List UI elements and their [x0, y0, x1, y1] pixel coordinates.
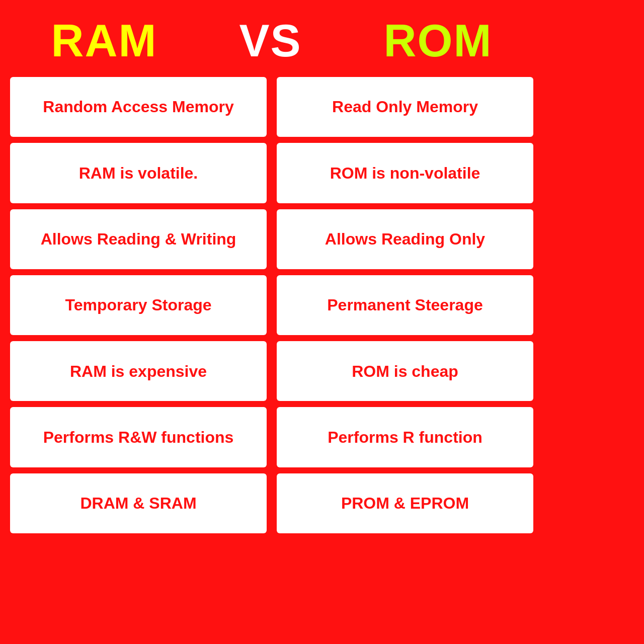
- rom-card-text-1: ROM is non-volatile: [330, 164, 480, 183]
- ram-card-text-2: Allows Reading & Writing: [41, 229, 236, 249]
- main-container: RAM VS ROM Random Access MemoryRAM is vo…: [0, 0, 543, 543]
- ram-column: Random Access MemoryRAM is volatile.Allo…: [10, 77, 267, 533]
- ram-card-1: RAM is volatile.: [10, 143, 267, 203]
- rom-card-0: Read Only Memory: [277, 77, 533, 137]
- rom-card-6: PROM & EPROM: [277, 473, 533, 533]
- rom-title: ROM: [383, 15, 492, 67]
- rom-card-2: Allows Reading Only: [277, 209, 533, 269]
- header: RAM VS ROM: [10, 10, 533, 77]
- rom-card-text-2: Allows Reading Only: [325, 229, 485, 249]
- rom-card-text-4: ROM is cheap: [352, 362, 458, 381]
- vs-title: VS: [239, 15, 301, 67]
- rom-card-text-6: PROM & EPROM: [341, 494, 469, 513]
- ram-card-text-3: Temporary Storage: [65, 295, 211, 314]
- rom-card-text-0: Read Only Memory: [332, 97, 478, 116]
- rom-card-3: Permanent Steerage: [277, 275, 533, 335]
- rom-card-text-3: Permanent Steerage: [327, 295, 482, 314]
- rom-card-5: Performs R function: [277, 407, 533, 467]
- ram-card-6: DRAM & SRAM: [10, 473, 267, 533]
- ram-card-text-4: RAM is expensive: [70, 362, 207, 381]
- rom-card-text-5: Performs R function: [328, 428, 482, 447]
- ram-card-text-1: RAM is volatile.: [79, 164, 198, 183]
- ram-card-5: Performs R&W functions: [10, 407, 267, 467]
- ram-card-0: Random Access Memory: [10, 77, 267, 137]
- content-area: Random Access MemoryRAM is volatile.Allo…: [10, 77, 533, 533]
- rom-card-4: ROM is cheap: [277, 341, 533, 401]
- ram-card-text-0: Random Access Memory: [43, 97, 233, 116]
- ram-title: RAM: [51, 15, 157, 67]
- ram-card-4: RAM is expensive: [10, 341, 267, 401]
- rom-card-1: ROM is non-volatile: [277, 143, 533, 203]
- ram-card-2: Allows Reading & Writing: [10, 209, 267, 269]
- rom-column: Read Only MemoryROM is non-volatileAllow…: [277, 77, 533, 533]
- ram-card-3: Temporary Storage: [10, 275, 267, 335]
- ram-card-text-5: Performs R&W functions: [43, 428, 234, 447]
- ram-card-text-6: DRAM & SRAM: [80, 494, 196, 513]
